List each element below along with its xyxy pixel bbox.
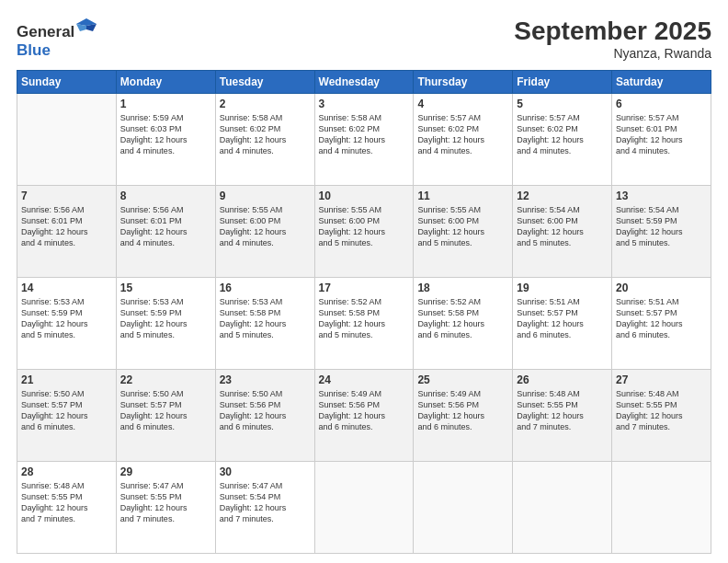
table-row: 9Sunrise: 5:55 AM Sunset: 6:00 PM Daylig… xyxy=(215,186,314,278)
table-row: 21Sunrise: 5:50 AM Sunset: 5:57 PM Dayli… xyxy=(17,370,117,462)
day-number: 12 xyxy=(517,190,608,202)
day-info: Sunrise: 5:47 AM Sunset: 5:55 PM Dayligh… xyxy=(120,480,211,525)
day-number: 25 xyxy=(417,373,508,386)
col-wednesday: Wednesday xyxy=(314,71,414,94)
calendar-header-row: Sunday Monday Tuesday Wednesday Thursday… xyxy=(17,71,711,94)
table-row: 23Sunrise: 5:50 AM Sunset: 5:56 PM Dayli… xyxy=(215,370,314,462)
day-info: Sunrise: 5:55 AM Sunset: 6:00 PM Dayligh… xyxy=(417,204,508,249)
day-info: Sunrise: 5:54 AM Sunset: 5:59 PM Dayligh… xyxy=(616,204,707,249)
day-number: 22 xyxy=(120,373,211,386)
table-row: 6Sunrise: 5:57 AM Sunset: 6:01 PM Daylig… xyxy=(612,94,711,186)
day-number: 4 xyxy=(417,98,508,110)
day-info: Sunrise: 5:58 AM Sunset: 6:02 PM Dayligh… xyxy=(319,112,410,157)
day-info: Sunrise: 5:55 AM Sunset: 6:00 PM Dayligh… xyxy=(220,204,311,249)
table-row: 19Sunrise: 5:51 AM Sunset: 5:57 PM Dayli… xyxy=(513,278,612,370)
day-number: 28 xyxy=(21,465,112,478)
day-number: 11 xyxy=(417,190,508,202)
day-info: Sunrise: 5:53 AM Sunset: 5:59 PM Dayligh… xyxy=(120,296,211,341)
day-number: 21 xyxy=(21,373,112,386)
table-row: 4Sunrise: 5:57 AM Sunset: 6:02 PM Daylig… xyxy=(414,94,513,186)
page: General Blue September 2025 Nyanza, Rwan… xyxy=(0,0,728,563)
day-info: Sunrise: 5:48 AM Sunset: 5:55 PM Dayligh… xyxy=(21,480,112,525)
table-row xyxy=(314,462,414,554)
page-title: September 2025 xyxy=(514,17,711,46)
table-row: 14Sunrise: 5:53 AM Sunset: 5:59 PM Dayli… xyxy=(17,278,117,370)
table-row xyxy=(612,462,711,554)
col-saturday: Saturday xyxy=(612,71,711,94)
table-row: 3Sunrise: 5:58 AM Sunset: 6:02 PM Daylig… xyxy=(314,94,414,186)
day-number: 27 xyxy=(616,373,707,386)
day-info: Sunrise: 5:58 AM Sunset: 6:02 PM Dayligh… xyxy=(220,112,311,157)
calendar-week-row: 14Sunrise: 5:53 AM Sunset: 5:59 PM Dayli… xyxy=(17,278,711,370)
table-row: 5Sunrise: 5:57 AM Sunset: 6:02 PM Daylig… xyxy=(513,94,612,186)
day-number: 3 xyxy=(319,98,410,110)
title-block: September 2025 Nyanza, Rwanda xyxy=(514,17,711,61)
day-info: Sunrise: 5:50 AM Sunset: 5:57 PM Dayligh… xyxy=(120,388,211,433)
day-number: 10 xyxy=(319,190,410,202)
col-tuesday: Tuesday xyxy=(215,71,314,94)
table-row: 13Sunrise: 5:54 AM Sunset: 5:59 PM Dayli… xyxy=(612,186,711,278)
day-number: 17 xyxy=(319,282,410,294)
calendar-table: Sunday Monday Tuesday Wednesday Thursday… xyxy=(17,70,711,554)
day-info: Sunrise: 5:50 AM Sunset: 5:57 PM Dayligh… xyxy=(21,388,112,433)
day-number: 29 xyxy=(120,465,211,478)
table-row: 26Sunrise: 5:48 AM Sunset: 5:55 PM Dayli… xyxy=(513,370,612,462)
day-info: Sunrise: 5:48 AM Sunset: 5:55 PM Dayligh… xyxy=(616,388,707,433)
day-number: 9 xyxy=(220,190,311,202)
table-row xyxy=(414,462,513,554)
day-info: Sunrise: 5:56 AM Sunset: 6:01 PM Dayligh… xyxy=(21,204,112,249)
table-row: 24Sunrise: 5:49 AM Sunset: 5:56 PM Dayli… xyxy=(314,370,414,462)
col-sunday: Sunday xyxy=(17,71,117,94)
col-friday: Friday xyxy=(513,71,612,94)
calendar-week-row: 28Sunrise: 5:48 AM Sunset: 5:55 PM Dayli… xyxy=(17,462,711,554)
day-info: Sunrise: 5:51 AM Sunset: 5:57 PM Dayligh… xyxy=(616,296,707,341)
calendar-week-row: 1Sunrise: 5:59 AM Sunset: 6:03 PM Daylig… xyxy=(17,94,711,186)
table-row: 10Sunrise: 5:55 AM Sunset: 6:00 PM Dayli… xyxy=(314,186,414,278)
logo-bird-icon xyxy=(76,17,97,37)
day-number: 30 xyxy=(220,465,311,478)
day-info: Sunrise: 5:59 AM Sunset: 6:03 PM Dayligh… xyxy=(120,112,211,157)
day-info: Sunrise: 5:49 AM Sunset: 5:56 PM Dayligh… xyxy=(417,388,508,433)
day-number: 7 xyxy=(21,190,112,202)
table-row: 15Sunrise: 5:53 AM Sunset: 5:59 PM Dayli… xyxy=(116,278,215,370)
day-info: Sunrise: 5:52 AM Sunset: 5:58 PM Dayligh… xyxy=(319,296,410,341)
header: General Blue September 2025 Nyanza, Rwan… xyxy=(17,17,711,61)
logo-general: General xyxy=(17,23,74,40)
table-row: 1Sunrise: 5:59 AM Sunset: 6:03 PM Daylig… xyxy=(116,94,215,186)
day-info: Sunrise: 5:55 AM Sunset: 6:00 PM Dayligh… xyxy=(319,204,410,249)
day-number: 8 xyxy=(120,190,211,202)
table-row: 22Sunrise: 5:50 AM Sunset: 5:57 PM Dayli… xyxy=(116,370,215,462)
table-row: 17Sunrise: 5:52 AM Sunset: 5:58 PM Dayli… xyxy=(314,278,414,370)
day-number: 26 xyxy=(517,373,608,386)
day-number: 19 xyxy=(517,282,608,294)
table-row: 11Sunrise: 5:55 AM Sunset: 6:00 PM Dayli… xyxy=(414,186,513,278)
table-row: 8Sunrise: 5:56 AM Sunset: 6:01 PM Daylig… xyxy=(116,186,215,278)
table-row: 16Sunrise: 5:53 AM Sunset: 5:58 PM Dayli… xyxy=(215,278,314,370)
day-number: 16 xyxy=(220,282,311,294)
day-info: Sunrise: 5:50 AM Sunset: 5:56 PM Dayligh… xyxy=(220,388,311,433)
table-row: 27Sunrise: 5:48 AM Sunset: 5:55 PM Dayli… xyxy=(612,370,711,462)
day-info: Sunrise: 5:51 AM Sunset: 5:57 PM Dayligh… xyxy=(517,296,608,341)
day-number: 13 xyxy=(616,190,707,202)
day-info: Sunrise: 5:57 AM Sunset: 6:02 PM Dayligh… xyxy=(417,112,508,157)
day-number: 1 xyxy=(120,98,211,110)
table-row: 18Sunrise: 5:52 AM Sunset: 5:58 PM Dayli… xyxy=(414,278,513,370)
day-info: Sunrise: 5:53 AM Sunset: 5:59 PM Dayligh… xyxy=(21,296,112,341)
day-number: 24 xyxy=(319,373,410,386)
day-info: Sunrise: 5:53 AM Sunset: 5:58 PM Dayligh… xyxy=(220,296,311,341)
calendar-week-row: 21Sunrise: 5:50 AM Sunset: 5:57 PM Dayli… xyxy=(17,370,711,462)
day-number: 14 xyxy=(21,282,112,294)
table-row: 29Sunrise: 5:47 AM Sunset: 5:55 PM Dayli… xyxy=(116,462,215,554)
table-row: 12Sunrise: 5:54 AM Sunset: 6:00 PM Dayli… xyxy=(513,186,612,278)
table-row: 20Sunrise: 5:51 AM Sunset: 5:57 PM Dayli… xyxy=(612,278,711,370)
table-row xyxy=(17,94,117,186)
logo-blue: Blue xyxy=(17,41,51,59)
day-number: 6 xyxy=(616,98,707,110)
day-number: 5 xyxy=(517,98,608,110)
table-row: 28Sunrise: 5:48 AM Sunset: 5:55 PM Dayli… xyxy=(17,462,117,554)
day-info: Sunrise: 5:52 AM Sunset: 5:58 PM Dayligh… xyxy=(417,296,508,341)
day-info: Sunrise: 5:47 AM Sunset: 5:54 PM Dayligh… xyxy=(220,480,311,525)
day-info: Sunrise: 5:48 AM Sunset: 5:55 PM Dayligh… xyxy=(517,388,608,433)
table-row: 30Sunrise: 5:47 AM Sunset: 5:54 PM Dayli… xyxy=(215,462,314,554)
day-number: 23 xyxy=(220,373,311,386)
